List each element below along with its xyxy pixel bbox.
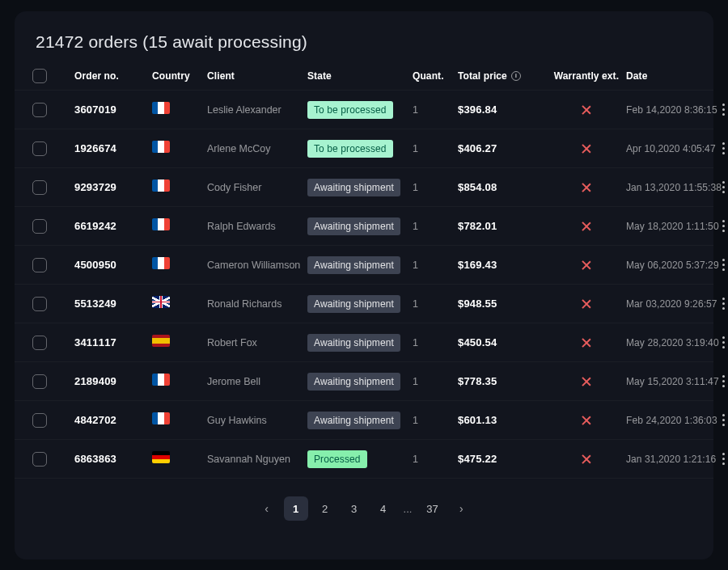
row-actions-button[interactable] xyxy=(715,333,728,353)
row-actions-button[interactable] xyxy=(715,411,728,430)
cell-country xyxy=(152,451,207,467)
row-actions-button[interactable] xyxy=(715,139,728,158)
table-row[interactable]: 1926674Arlene McCoyTo be processed1$406.… xyxy=(15,129,713,168)
header-total-price[interactable]: Total price i xyxy=(458,70,547,82)
cell-date: Jan 31,2020 1:21:16 xyxy=(626,454,715,465)
orders-panel: 21472 orders (15 await processing) Order… xyxy=(15,11,713,559)
header-order-no[interactable]: Order no. xyxy=(74,70,152,82)
header-state[interactable]: State xyxy=(307,70,413,82)
cell-date: May 18,2020 1:11:50 xyxy=(626,221,715,232)
close-icon xyxy=(581,182,592,193)
state-badge: Awaiting shipment xyxy=(307,179,400,196)
row-checkbox[interactable] xyxy=(32,180,47,195)
state-badge: Awaiting shipment xyxy=(307,217,400,235)
header-date[interactable]: Date xyxy=(626,70,715,82)
cell-client: Guy Hawkins xyxy=(207,415,307,426)
cell-order-no: 1926674 xyxy=(74,142,152,154)
cell-warranty xyxy=(547,260,626,271)
table-row[interactable]: 4842702Guy HawkinsAwaiting shipment1$601… xyxy=(15,401,713,440)
cell-country xyxy=(152,335,207,350)
cell-quant: 1 xyxy=(413,337,458,348)
table-row[interactable]: 6619242Ralph EdwardsAwaiting shipment1$7… xyxy=(15,207,713,246)
pagination-last-page[interactable]: 37 xyxy=(420,496,444,521)
pagination-page[interactable]: 3 xyxy=(342,496,366,521)
table-row[interactable]: 3607019Leslie AlexanderTo be processed1$… xyxy=(15,91,713,129)
pagination-page[interactable]: 4 xyxy=(371,496,396,521)
cell-warranty xyxy=(547,415,626,426)
cell-date: Jan 13,2020 11:55:38 xyxy=(626,182,715,193)
header-warranty[interactable]: Warrantly ext. xyxy=(547,70,626,82)
select-all-checkbox[interactable] xyxy=(32,69,47,83)
cell-quant: 1 xyxy=(413,221,458,232)
country-flag-icon xyxy=(152,179,170,192)
cell-client: Jerome Bell xyxy=(207,376,307,387)
cell-price: $948.55 xyxy=(458,298,547,310)
row-checkbox[interactable] xyxy=(32,374,47,389)
cell-quant: 1 xyxy=(413,182,458,193)
close-icon xyxy=(581,298,592,310)
close-icon xyxy=(581,415,592,426)
cell-state: Processed xyxy=(307,450,413,468)
cell-price: $601.13 xyxy=(458,414,547,426)
cell-date: Feb 14,2020 8:36:15 xyxy=(626,104,715,116)
row-checkbox[interactable] xyxy=(32,219,47,234)
state-badge: Awaiting shipment xyxy=(307,334,400,352)
pagination-page[interactable]: 1 xyxy=(284,496,308,521)
cell-quant: 1 xyxy=(413,260,458,271)
header-country[interactable]: Country xyxy=(152,70,207,82)
cell-state: Awaiting shipment xyxy=(307,217,413,235)
row-checkbox[interactable] xyxy=(32,336,47,350)
cell-date: Feb 24,2020 1:36:03 xyxy=(626,415,715,426)
cell-client: Cameron Williamson xyxy=(207,260,307,271)
header-client[interactable]: Client xyxy=(207,70,307,82)
pagination-page[interactable]: 2 xyxy=(313,496,337,521)
cell-date: May 06,2020 5:37:29 xyxy=(626,260,715,271)
row-actions-button[interactable] xyxy=(715,100,728,120)
pagination-next[interactable]: › xyxy=(449,496,473,521)
row-actions-button[interactable] xyxy=(715,178,728,197)
info-icon[interactable]: i xyxy=(511,71,521,81)
table-row[interactable]: 3411117Robert FoxAwaiting shipment1$450.… xyxy=(15,323,713,362)
row-actions-button[interactable] xyxy=(715,450,728,469)
cell-price: $475.22 xyxy=(458,453,547,465)
pagination-ellipsis: ... xyxy=(400,503,416,515)
row-checkbox[interactable] xyxy=(32,103,47,117)
table-row[interactable]: 9293729Cody FisherAwaiting shipment1$854… xyxy=(15,168,713,207)
close-icon xyxy=(581,221,592,232)
close-icon xyxy=(581,454,592,465)
row-checkbox[interactable] xyxy=(32,258,47,272)
cell-warranty xyxy=(547,182,626,193)
close-icon xyxy=(581,376,592,387)
table-row[interactable]: 2189409Jerome BellAwaiting shipment1$778… xyxy=(15,362,713,401)
cell-order-no: 3607019 xyxy=(74,103,152,116)
orders-table: Order no. Country Client State Quant. To… xyxy=(15,66,713,479)
country-flag-icon xyxy=(152,141,170,153)
cell-date: Apr 10,2020 4:05:47 xyxy=(626,143,715,154)
cell-country xyxy=(152,218,207,234)
header-quant[interactable]: Quant. xyxy=(413,70,458,82)
table-row[interactable]: 5513249Ronald RichardsAwaiting shipment1… xyxy=(15,285,713,323)
row-checkbox[interactable] xyxy=(32,141,47,156)
state-badge: Awaiting shipment xyxy=(307,373,400,391)
row-checkbox[interactable] xyxy=(32,413,47,428)
cell-price: $169.43 xyxy=(458,259,547,271)
row-actions-button[interactable] xyxy=(715,217,728,236)
cell-client: Arlene McCoy xyxy=(207,143,307,154)
cell-state: Awaiting shipment xyxy=(307,334,413,352)
row-actions-button[interactable] xyxy=(715,255,728,275)
row-actions-button[interactable] xyxy=(715,372,728,391)
cell-price: $450.54 xyxy=(458,336,547,348)
row-checkbox[interactable] xyxy=(32,452,47,467)
cell-order-no: 2189409 xyxy=(74,375,152,387)
cell-order-no: 6863863 xyxy=(74,453,152,465)
pagination-prev[interactable]: ‹ xyxy=(255,496,279,521)
state-badge: To be processed xyxy=(307,140,393,158)
table-row[interactable]: 6863863Savannah NguyenProcessed1$475.22J… xyxy=(15,440,713,479)
country-flag-icon xyxy=(152,218,170,230)
row-checkbox[interactable] xyxy=(32,297,47,311)
row-actions-button[interactable] xyxy=(715,294,728,314)
table-row[interactable]: 4500950Cameron WilliamsonAwaiting shipme… xyxy=(15,246,713,285)
cell-warranty xyxy=(547,221,626,232)
cell-country xyxy=(152,296,207,311)
cell-order-no: 9293729 xyxy=(74,181,152,193)
